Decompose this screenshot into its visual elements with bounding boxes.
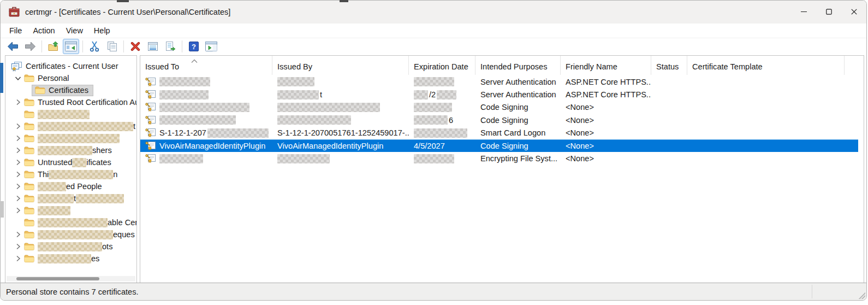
column-header-issued-by[interactable]: Issued By: [272, 56, 409, 75]
resize-grip[interactable]: [859, 292, 865, 299]
close-button[interactable]: [841, 1, 866, 24]
column-header-status[interactable]: Status: [651, 56, 687, 75]
chevron-right-icon[interactable]: [14, 146, 22, 155]
tree-item[interactable]: [5, 108, 136, 120]
certificate-row[interactable]: 6Code Signing<None>: [140, 114, 858, 126]
toolbar-button-cut[interactable]: [86, 39, 103, 54]
cell-expiration-date: /2: [409, 90, 475, 99]
menu-item-help[interactable]: Help: [88, 25, 116, 36]
maximize-button[interactable]: [816, 1, 841, 24]
toolbar-button-copy[interactable]: [104, 39, 120, 54]
toolbar-button-properties[interactable]: [145, 39, 161, 54]
chevron-right-icon[interactable]: [14, 122, 22, 131]
delete-icon: [130, 41, 141, 52]
tree-item[interactable]: t: [5, 120, 136, 132]
label-fragment: es: [91, 254, 99, 263]
maximize-icon: [826, 7, 832, 17]
tree-item[interactable]: ed People: [5, 180, 136, 192]
column-header-intended-purposes[interactable]: Intended Purposes: [475, 56, 561, 75]
chevron-right-icon[interactable]: [14, 242, 22, 251]
toolbar-button-help[interactable]: ?: [186, 39, 202, 54]
tree-expander[interactable]: [12, 230, 24, 239]
tree-expander[interactable]: [12, 98, 24, 107]
column-header-friendly-name[interactable]: Friendly Name: [561, 56, 651, 75]
tree-expander[interactable]: [12, 194, 24, 203]
toolbar-button-back[interactable]: [4, 39, 21, 54]
tree-horizontal-scrollbar[interactable]: [7, 276, 135, 281]
tree-item[interactable]: Personal: [5, 72, 136, 84]
menu-item-file[interactable]: File: [4, 25, 27, 36]
tree-item-body: es: [24, 254, 99, 263]
label-fragment: n: [113, 170, 117, 179]
column-header-filler: [845, 56, 864, 75]
toolbar-button-export-list[interactable]: [162, 39, 179, 54]
redacted-text: [414, 128, 467, 138]
tree-expander[interactable]: [12, 254, 24, 263]
folder-icon: [24, 110, 34, 119]
minimize-button[interactable]: [791, 1, 816, 24]
tree-item[interactable]: Trusted Root Certification Aut: [5, 96, 136, 108]
cert-key-icon: [145, 115, 156, 125]
label-fragment: S-1-12-1-207: [159, 128, 206, 137]
column-header-issued-to[interactable]: Issued To: [140, 56, 272, 75]
column-header-certificate-template[interactable]: Certificate Template: [687, 56, 845, 75]
chevron-right-icon[interactable]: [14, 158, 22, 167]
tree-expander[interactable]: [12, 170, 24, 179]
tree-expander[interactable]: [12, 146, 24, 155]
chevron-down-icon[interactable]: [14, 74, 22, 83]
tree-expander[interactable]: [12, 206, 24, 215]
chevron-right-icon[interactable]: [14, 182, 22, 191]
cell-text: Encrypting File Syst...: [480, 154, 557, 163]
toolbar-button-action-pane[interactable]: [203, 39, 219, 54]
folder-icon: [24, 134, 34, 143]
tree-item[interactable]: Thin: [5, 168, 136, 180]
tree-scrollbar-thumb[interactable]: [16, 277, 99, 280]
tree-item[interactable]: es: [5, 253, 136, 265]
folder-icon: [24, 74, 34, 83]
tree-expander[interactable]: [12, 158, 24, 167]
chevron-right-icon[interactable]: [14, 230, 22, 239]
redacted-text: [76, 194, 124, 203]
tree-item[interactable]: Certificates: [5, 84, 136, 96]
cell-issued-to: [140, 102, 272, 112]
toolbar-button-forward[interactable]: [22, 39, 38, 54]
chevron-right-icon[interactable]: [14, 98, 22, 107]
certificate-row[interactable]: Code Signing<None>: [140, 101, 858, 114]
chevron-right-icon[interactable]: [14, 254, 22, 263]
tree-item-label: t: [38, 194, 124, 203]
certificate-row[interactable]: Server AuthenticationASP.NET Core HTTPS.…: [140, 75, 858, 88]
certificate-row[interactable]: VivoAirManagedIdentityPluginVivoAirManag…: [140, 139, 858, 152]
tree-expander[interactable]: [12, 242, 24, 251]
column-header-expiration-date[interactable]: Expiration Date: [409, 56, 475, 75]
tree-item[interactable]: eques: [5, 228, 136, 241]
chevron-right-icon[interactable]: [14, 170, 22, 179]
chevron-right-icon[interactable]: [14, 206, 22, 215]
certificate-row[interactable]: S-1-12-1-207S-1-12-1-2070051761-12524590…: [140, 127, 858, 139]
chevron-right-icon[interactable]: [14, 134, 22, 143]
menu-item-view[interactable]: View: [61, 25, 88, 36]
redacted-text: [414, 154, 454, 163]
tree-item[interactable]: shers: [5, 144, 136, 156]
cell-text: <None>: [566, 103, 594, 112]
cell-issued-by: [272, 154, 409, 163]
tree-item[interactable]: able Certifica: [5, 216, 136, 228]
toolbar-button-up-one-level[interactable]: [45, 39, 62, 54]
cut-icon: [90, 41, 99, 52]
certificate-row[interactable]: Encrypting File Syst...<None>: [140, 152, 858, 165]
tree-expander[interactable]: [12, 134, 24, 143]
menu-item-action[interactable]: Action: [27, 25, 60, 36]
tree-expander[interactable]: [12, 122, 24, 131]
toolbar-button-show-console-tree[interactable]: [63, 39, 79, 54]
tree-item[interactable]: [5, 204, 136, 216]
chevron-right-icon[interactable]: [14, 194, 22, 203]
tree-expander[interactable]: [12, 74, 24, 83]
certificate-row[interactable]: t/2Server AuthenticationASP.NET Core HTT…: [140, 88, 858, 101]
tree-item[interactable]: Certificates - Current User: [5, 60, 136, 72]
tree-item[interactable]: [5, 132, 136, 144]
tree-item[interactable]: ots: [5, 241, 136, 253]
label-fragment: t: [133, 122, 135, 131]
tree-item[interactable]: Untrustedificates: [5, 156, 136, 168]
tree-expander[interactable]: [12, 182, 24, 191]
tree-item[interactable]: t: [5, 192, 136, 204]
toolbar-button-delete[interactable]: [127, 39, 144, 54]
